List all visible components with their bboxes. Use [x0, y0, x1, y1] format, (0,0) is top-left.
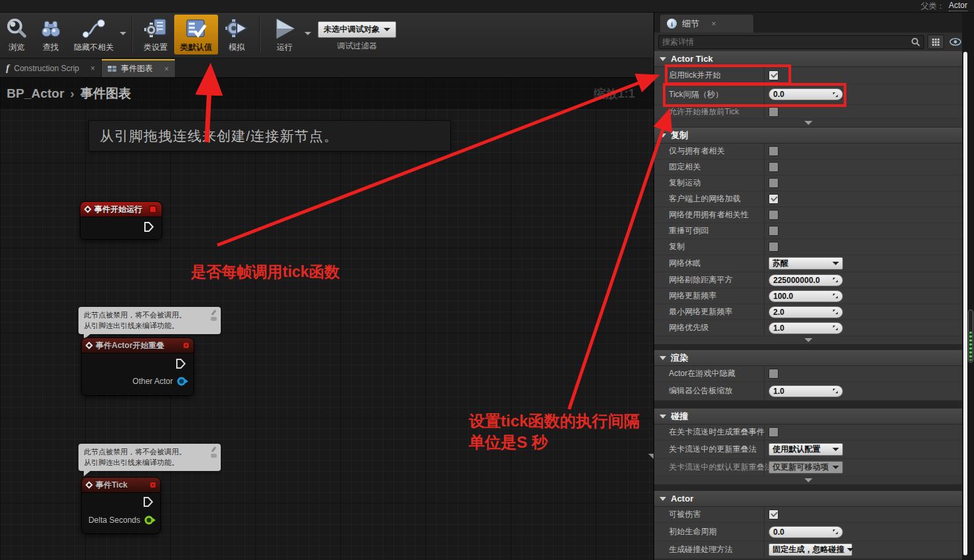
- node-header[interactable]: 事件Actor开始重叠: [82, 338, 193, 353]
- close-icon[interactable]: ×: [711, 19, 716, 29]
- dropdown[interactable]: 固定生成，忽略碰撞: [769, 543, 852, 556]
- checkbox[interactable]: [769, 427, 779, 437]
- drag-corners-icon: [832, 388, 838, 394]
- section-header-collision[interactable]: 碰撞: [654, 409, 963, 424]
- collapse-triangle-icon: [660, 134, 666, 138]
- dropdown[interactable]: 使用默认配置: [769, 443, 843, 456]
- advanced-expander[interactable]: [654, 476, 963, 485]
- dropdown-value: 固定生成，忽略碰撞: [773, 544, 844, 555]
- details-search-row: [654, 33, 974, 51]
- section-header-actor[interactable]: Actor: [654, 491, 963, 507]
- tab-construction-script[interactable]: f Construction Scrip ×: [0, 59, 102, 77]
- number-field[interactable]: 2.0: [769, 306, 843, 318]
- close-icon[interactable]: ×: [164, 64, 169, 74]
- comment-bubble-icon[interactable]: [211, 317, 217, 321]
- dropdown[interactable]: 仅更新可移动项: [769, 461, 843, 474]
- disabled-node-bubble: 此节点被禁用，将不会被调用。 从引脚连出引线来编译功能。: [78, 307, 221, 334]
- property-row: 重播可倒回: [654, 223, 963, 239]
- number-field[interactable]: 1.0: [769, 385, 843, 397]
- node-state-indicator: [150, 482, 156, 488]
- node-event-tick[interactable]: 事件Tick Delta Seconds: [81, 477, 161, 534]
- chevron-down-icon: [804, 338, 812, 342]
- property-label: 允许开始播放前Tick: [669, 106, 739, 118]
- checkbox[interactable]: [769, 194, 779, 204]
- checkbox[interactable]: [769, 146, 779, 156]
- window-scrollbar-thumb[interactable]: [968, 310, 973, 363]
- annotation-interval: 设置tick函数的执行间隔 单位是S 秒: [469, 411, 640, 453]
- property-label: 关卡流送中的更新重叠法: [669, 444, 757, 455]
- play-dropdown-caret[interactable]: [304, 32, 311, 35]
- property-row: 复制: [654, 239, 963, 255]
- find-button[interactable]: 查找: [33, 15, 68, 54]
- search-box[interactable]: [658, 35, 924, 49]
- exec-output-pin[interactable]: [144, 222, 154, 234]
- parent-class-link[interactable]: Actor: [949, 1, 967, 11]
- breadcrumb-blueprint[interactable]: BP_Actor: [7, 86, 64, 101]
- debug-object-dropdown[interactable]: 未选中调试对象: [318, 21, 396, 38]
- graph-icon: [108, 66, 116, 72]
- search-input[interactable]: [662, 37, 911, 47]
- exec-output-pin[interactable]: [176, 359, 186, 371]
- tab-event-graph[interactable]: 事件图表 ×: [102, 59, 175, 77]
- section-header-rendering[interactable]: 渲染: [654, 350, 963, 366]
- drag-corners-icon: [832, 309, 838, 315]
- annotation-tick-question: 是否每帧调用tick函数: [191, 261, 340, 282]
- node-header[interactable]: 事件Tick: [82, 478, 160, 493]
- advanced-expander[interactable]: [654, 119, 963, 128]
- checkbox[interactable]: [769, 242, 779, 252]
- checkbox[interactable]: [769, 178, 779, 188]
- blueprint-toolbar: 浏览 查找 隐藏不相关 类设置 类默认值 模拟 运行: [0, 13, 654, 58]
- browse-button[interactable]: 浏览: [0, 15, 33, 54]
- number-field[interactable]: 1.0: [769, 322, 843, 334]
- advanced-expander[interactable]: [654, 336, 963, 345]
- property-label: Tick间隔（秒）: [669, 89, 723, 100]
- checkbox[interactable]: [769, 70, 779, 80]
- property-row: 网络更新频率100.0: [654, 288, 963, 304]
- section-title: Actor Tick: [671, 54, 713, 64]
- node-event-begin-play[interactable]: 事件开始运行: [80, 201, 162, 240]
- breadcrumb-separator: ›: [70, 86, 74, 101]
- pin-icon[interactable]: [211, 446, 217, 452]
- class-defaults-button[interactable]: 类默认值: [174, 15, 218, 54]
- chevron-down-icon: [384, 28, 390, 31]
- section-header-actor-tick[interactable]: Actor Tick: [654, 51, 963, 67]
- tab-details[interactable]: i 细节 ×: [660, 15, 753, 33]
- checkbox[interactable]: [769, 210, 779, 220]
- exec-output-pin[interactable]: [143, 497, 154, 510]
- property-label: 生成碰撞处理方法: [669, 544, 733, 555]
- checkbox[interactable]: [769, 510, 779, 519]
- number-field[interactable]: 0.0: [769, 88, 843, 100]
- chevron-down-icon: [804, 121, 812, 125]
- number-field[interactable]: 225000000.0: [769, 274, 843, 286]
- event-graph-canvas[interactable]: BP_Actor › 事件图表 缩放1:1 从引脚拖拽连线来创建/连接新节点。 …: [0, 78, 654, 560]
- details-scrollbar-thumb[interactable]: [963, 52, 967, 555]
- node-event-actor-begin-overlap[interactable]: 事件Actor开始重叠 Other Actor: [81, 337, 194, 396]
- checkbox[interactable]: [769, 226, 779, 236]
- number-field[interactable]: 0.0: [769, 526, 843, 538]
- hide-unrelated-button[interactable]: 隐藏不相关: [68, 15, 120, 54]
- document-tabstrip: f Construction Scrip × 事件图表 ×: [0, 58, 654, 78]
- checkbox[interactable]: [769, 162, 779, 172]
- hide-unrelated-dropdown-caret[interactable]: [120, 32, 126, 35]
- dropdown[interactable]: 苏醒: [769, 257, 843, 270]
- number-field[interactable]: 100.0: [769, 290, 843, 302]
- other-actor-pin-row[interactable]: Other Actor: [132, 377, 188, 386]
- panel-splitter-handle[interactable]: [648, 454, 654, 460]
- section-header-replication[interactable]: 复制: [654, 128, 963, 143]
- property-label: 网络休眠: [669, 258, 701, 269]
- comment-bubble-icon[interactable]: [211, 454, 217, 458]
- pin-icon[interactable]: [211, 310, 217, 316]
- simulate-button[interactable]: 模拟: [218, 15, 255, 54]
- delta-seconds-pin-row[interactable]: Delta Seconds: [88, 515, 156, 525]
- node-header[interactable]: 事件开始运行: [80, 202, 162, 217]
- class-settings-button[interactable]: 类设置: [137, 15, 174, 54]
- object-pin-icon: [177, 377, 188, 386]
- info-icon: i: [667, 19, 677, 29]
- property-label: 网络使用拥有者相关性: [669, 209, 749, 221]
- close-icon[interactable]: ×: [90, 64, 95, 73]
- breadcrumb-graph[interactable]: 事件图表: [80, 85, 131, 102]
- play-button[interactable]: 运行: [265, 15, 304, 54]
- checkbox[interactable]: [769, 107, 779, 117]
- property-matrix-button[interactable]: [927, 35, 944, 49]
- checkbox[interactable]: [769, 369, 779, 379]
